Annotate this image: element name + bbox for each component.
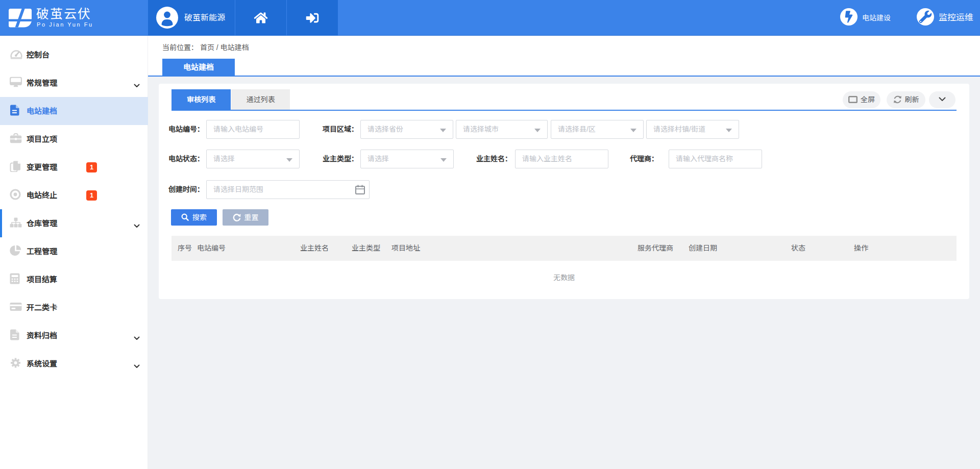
svg-text:破茧云伏: 破茧云伏: [36, 7, 91, 21]
svg-text:Po Jian Yun Fu: Po Jian Yun Fu: [37, 21, 93, 28]
